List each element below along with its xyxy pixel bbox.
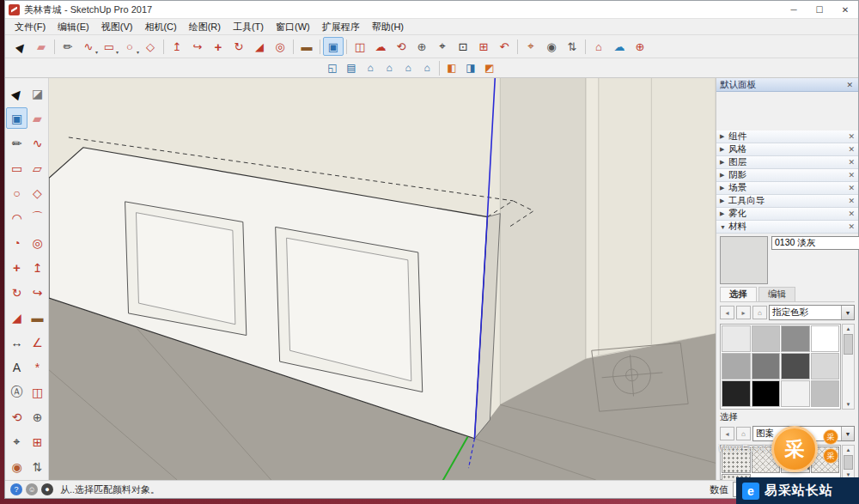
viewport-3d[interactable] (49, 78, 716, 480)
paint-bucket-tool-button[interactable]: ▣ (6, 107, 27, 129)
section-close-icon[interactable]: ✕ (848, 184, 855, 192)
select-tool-button[interactable]: ▶ (10, 37, 31, 56)
material-name-input[interactable] (771, 236, 859, 250)
collapsed-arrow-icon[interactable]: ▶ (720, 210, 728, 217)
section-close-icon[interactable]: ✕ (848, 132, 855, 141)
collapsed-arrow-icon[interactable]: ▶ (720, 146, 728, 153)
rectangle-tool-button[interactable]: ▭ (6, 157, 27, 179)
move-tool-button[interactable]: + (6, 257, 27, 278)
menu-item-1[interactable]: 文件(F) (9, 19, 52, 34)
pan-tool-button[interactable]: ⊕ (27, 406, 48, 428)
color-swatch-4[interactable] (811, 325, 840, 352)
menu-item-5[interactable]: 绘图(R) (183, 19, 227, 34)
orbit-tool-button[interactable]: ⟲ (391, 37, 411, 56)
swatch-scrollbar[interactable]: ▲ ▼ (842, 324, 855, 410)
zoom-extents-tool-button[interactable]: ⊞ (473, 37, 494, 56)
circle-tool-button[interactable]: ○▾ (119, 37, 140, 56)
color-swatch-5[interactable] (722, 353, 751, 380)
right-view-button[interactable]: ⌂ (380, 59, 399, 76)
help-icon[interactable]: ? (10, 483, 22, 495)
offset-tool-button[interactable]: ◎ (270, 37, 290, 56)
section-close-icon[interactable]: ✕ (848, 197, 855, 205)
polygon-tool-button[interactable]: ◇ (140, 37, 161, 56)
collapsed-arrow-icon[interactable]: ▶ (720, 197, 728, 204)
color-swatch-1[interactable] (722, 325, 751, 352)
color-swatch-3[interactable] (781, 325, 810, 352)
color-swatch-6[interactable] (752, 353, 781, 380)
dimension-tool-button[interactable]: ↔ (6, 331, 27, 353)
scroll-thumb[interactable] (844, 455, 853, 470)
panel-close-icon[interactable]: ✕ (844, 81, 855, 89)
select-tool-button[interactable]: ▶ (6, 82, 27, 104)
menu-item-4[interactable]: 相机(C) (138, 19, 182, 34)
two-point-view-button[interactable]: ◩ (480, 59, 499, 76)
menu-item-3[interactable]: 视图(V) (95, 19, 139, 34)
tape-measure-tool-button[interactable]: ▬ (27, 307, 48, 328)
push-pull-tool-button[interactable]: ↥ (167, 37, 187, 56)
panel-section-工具向导[interactable]: ▶工具向导✕ (716, 195, 858, 208)
tab-编辑[interactable]: 编辑 (758, 287, 795, 301)
freehand-tool-button[interactable]: ∿ (27, 132, 48, 154)
scroll-thumb[interactable] (844, 334, 853, 355)
close-button[interactable]: ✕ (832, 1, 858, 18)
dropdown-arrow-icon[interactable]: ▾ (95, 50, 98, 55)
dropdown-arrow-icon[interactable]: ▾ (137, 50, 139, 55)
tab-选择[interactable]: 选择 (720, 287, 757, 301)
parallel-projection-view-button[interactable]: ◨ (461, 59, 480, 76)
front-view-button[interactable]: ⌂ (361, 59, 380, 76)
color-swatch-10[interactable] (752, 380, 781, 407)
position-camera-tool-button[interactable]: ⌖ (521, 37, 541, 56)
panel-section-材料[interactable]: ▼材料✕ (716, 221, 858, 234)
material-preview-thumbnail[interactable] (720, 236, 768, 284)
make-component-tool-button[interactable]: ◪ (27, 82, 48, 104)
section-close-icon[interactable]: ✕ (848, 158, 855, 167)
freehand-tool-button[interactable]: ∿▾ (78, 37, 99, 56)
push-pull-tool-button[interactable]: ↥ (27, 257, 48, 278)
walk-tool-button[interactable]: ⇅ (27, 456, 48, 477)
scale-tool-button[interactable]: ◢ (249, 37, 270, 56)
geolocation-icon[interactable]: ● (41, 483, 53, 495)
follow-me-tool-button[interactable]: ↪ (187, 37, 208, 56)
menu-item-6[interactable]: 工具(T) (227, 19, 270, 34)
two-point-arc-tool-button[interactable]: ⌒ (27, 207, 48, 228)
zoom-window-tool-button[interactable]: ⊡ (453, 37, 473, 56)
top-view-button[interactable]: ▤ (342, 59, 361, 76)
panel-section-雾化[interactable]: ▶雾化✕ (716, 208, 858, 221)
iso-view-button[interactable]: ◱ (323, 59, 342, 76)
extension-warehouse-tool-button[interactable]: ⊕ (630, 37, 650, 56)
back-arrow-icon[interactable]: ◂ (720, 427, 734, 440)
add-location-tool-button[interactable]: ☁ (370, 37, 391, 56)
minimize-button[interactable]: ─ (781, 1, 807, 18)
zoom-extents-tool-button[interactable]: ⊞ (27, 431, 48, 452)
maximize-button[interactable]: ☐ (807, 1, 832, 18)
pie-tool-button[interactable]: ◔ (6, 232, 27, 253)
section-plane-tool-button[interactable]: ◫ (350, 37, 370, 56)
circle-tool-button[interactable]: ○ (6, 182, 27, 203)
walk-tool-button[interactable]: ⇅ (562, 37, 582, 56)
color-swatch-2[interactable] (752, 325, 781, 352)
text-tool-button[interactable]: A (6, 356, 27, 378)
rotate-tool-button[interactable]: ↻ (228, 37, 249, 56)
section-close-icon[interactable]: ✕ (848, 209, 855, 218)
scroll-up-icon[interactable]: ▲ (846, 325, 851, 333)
zoom-tool-button[interactable]: ⌖ (432, 37, 453, 56)
color-swatch-9[interactable] (722, 380, 751, 407)
perspective-view-button[interactable]: ◧ (442, 59, 461, 76)
tape-measure-tool-button[interactable]: ▬ (296, 37, 317, 56)
color-swatch-12[interactable] (811, 380, 840, 407)
panel-section-阴影[interactable]: ▶阴影✕ (716, 169, 858, 182)
menu-item-2[interactable]: 编辑(E) (52, 19, 95, 34)
eraser-tool-button[interactable]: ▰ (27, 107, 48, 129)
back-view-button[interactable]: ⌂ (399, 59, 417, 76)
3d-text-tool-button[interactable]: Ⓐ (6, 381, 27, 403)
panel-section-风格[interactable]: ▶风格✕ (716, 143, 858, 156)
collapsed-arrow-icon[interactable]: ▶ (720, 185, 728, 191)
dropdown-arrow-icon[interactable]: ▾ (116, 50, 119, 55)
look-around-tool-button[interactable]: ◉ (541, 37, 562, 56)
home-icon[interactable]: ⌂ (736, 427, 751, 440)
position-camera-tool-button[interactable]: ◉ (6, 456, 27, 477)
back-arrow-icon[interactable]: ◂ (720, 306, 734, 319)
menu-item-7[interactable]: 窗口(W) (270, 19, 316, 34)
left-view-button[interactable]: ⌂ (417, 59, 436, 76)
3d-warehouse-tool-button[interactable]: ⌂ (588, 37, 609, 56)
